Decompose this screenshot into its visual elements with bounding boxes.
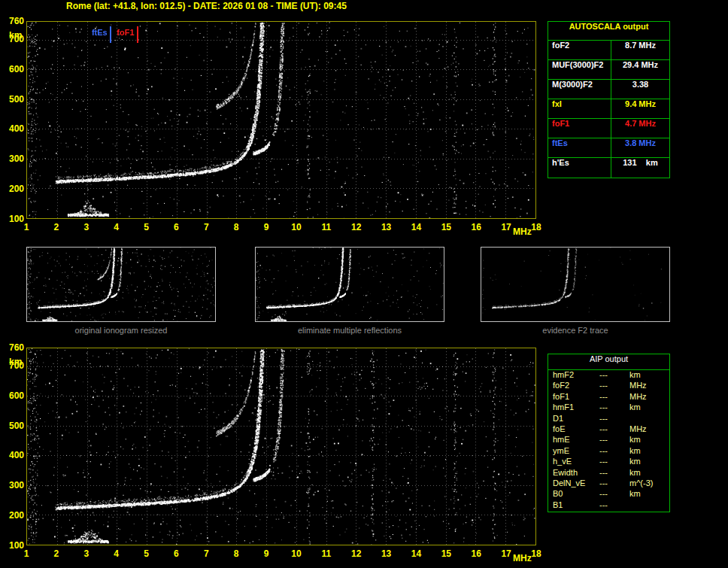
y-tick-label: 600 [2, 390, 24, 401]
aip-param-value: --- [599, 435, 629, 445]
x-tick-label: 7 [204, 222, 209, 232]
autoscala-window: Rome (lat: +41.8, lon: 012.5) - DATE: 20… [0, 0, 728, 568]
thumbnail-canvas-no-multiples [256, 248, 444, 321]
x-tick-label: 18 [531, 548, 541, 559]
autoscala-row: ftEs3.8 MHz [548, 138, 669, 158]
thumbnail-canvas-f2-trace [481, 248, 669, 321]
aip-param-unit: m^(-3) [629, 478, 669, 489]
thumbnail-caption-f2-trace: evidence F2 trace [481, 326, 670, 335]
autoscala-param-value: 29.4 MHz [611, 60, 669, 79]
aip-row: D1--- [548, 414, 669, 424]
aip-param-value: --- [599, 381, 629, 391]
aip-param-name: DelN_vE [553, 478, 599, 489]
aip-param-value: --- [599, 392, 629, 402]
autoscala-row: MUF(3000)F229.4 MHz [548, 60, 669, 80]
x-tick-label: 5 [144, 222, 149, 232]
aip-param-name: foE [553, 424, 599, 435]
x-tick-label: 15 [441, 548, 451, 559]
aip-table-rows: hmF2---kmfoF2---MHzfoF1---MHzhmF1---kmD1… [548, 370, 669, 511]
autoscala-row: foF14.7 MHz [548, 119, 669, 138]
thumbnail-caption-no-multiples: eliminate multiple reflections [255, 326, 444, 335]
aip-param-unit: km [629, 457, 669, 467]
x-tick-label: 1 [24, 222, 29, 232]
aip-param-name: foF1 [553, 392, 599, 402]
aip-param-unit: km [629, 370, 669, 381]
aip-param-value: --- [599, 468, 629, 478]
autoscala-param-label: MUF(3000)F2 [548, 60, 611, 79]
aip-param-unit: km [629, 446, 669, 457]
x-tick-label: 16 [472, 548, 481, 559]
x-tick-label: 9 [264, 548, 269, 559]
x-tick-label: 13 [381, 548, 391, 559]
aip-param-value: --- [599, 402, 629, 413]
autoscala-row: h'Es131 km [548, 158, 669, 178]
ionogram-canvas-bottom [27, 348, 535, 545]
aip-param-name: hmF1 [553, 402, 599, 413]
x-tick-label: 2 [54, 548, 59, 559]
aip-row: DelN_vE---m^(-3) [548, 478, 669, 489]
aip-param-unit [629, 414, 669, 424]
autoscala-table-rows: foF28.7 MHzMUF(3000)F229.4 MHzM(3000)F23… [548, 41, 669, 178]
x-tick-label: 10 [291, 548, 301, 559]
autoscala-param-value: 3.8 MHz [611, 138, 669, 157]
aip-row: Ewidth---km [548, 468, 669, 478]
y-tick-label: 500 [2, 421, 24, 431]
x-tick-label: 17 [501, 222, 511, 232]
aip-row: h_vE---km [548, 457, 669, 467]
x-tick-label: 12 [351, 548, 361, 559]
aip-row: B0---km [548, 489, 669, 500]
aip-param-value: --- [599, 414, 629, 424]
x-axis-unit-label: MHz [513, 226, 532, 237]
ionogram-canvas-top [27, 22, 535, 218]
y-tick-label: 400 [2, 450, 24, 460]
x-tick-label: 17 [501, 548, 511, 559]
x-tick-label: 10 [291, 222, 301, 232]
aip-param-unit: MHz [629, 381, 669, 391]
y-tick-label: 100 [2, 540, 24, 551]
x-tick-label: 6 [174, 548, 179, 559]
y-tick-label: 600 [2, 64, 24, 74]
aip-param-value: --- [599, 446, 629, 457]
autoscala-row: M(3000)F23.38 [548, 80, 669, 99]
x-tick-label: 7 [204, 548, 209, 559]
autoscala-param-label: ftEs [548, 138, 611, 157]
ionogram-plot-top [26, 21, 536, 219]
autoscala-output-table: AUTOSCALA output foF28.7 MHzMUF(3000)F22… [548, 21, 670, 178]
x-tick-label: 15 [441, 222, 451, 232]
aip-param-name: h_vE [553, 457, 599, 467]
aip-row: foF1---MHz [548, 392, 669, 402]
autoscala-param-label: foF2 [548, 41, 611, 59]
x-tick-label: 3 [83, 548, 89, 559]
thumbnail-caption-original: original ionogram resized [26, 326, 216, 335]
y-tick-label: 400 [2, 123, 24, 134]
aip-param-value: --- [599, 500, 629, 511]
aip-param-name: hmF2 [553, 370, 599, 381]
y-tick-label: 300 [2, 153, 24, 164]
y-axis-unit-label: km [9, 357, 22, 367]
x-tick-label: 2 [54, 222, 59, 232]
aip-row: foF2---MHz [548, 381, 669, 391]
x-tick-label: 14 [411, 548, 421, 559]
y-tick-label: 200 [2, 184, 24, 194]
x-tick-label: 18 [531, 222, 541, 232]
autoscala-param-value: 131 km [611, 158, 669, 178]
x-tick-label: 16 [472, 222, 481, 232]
x-tick-label: 11 [321, 548, 331, 559]
aip-output-table: AIP output hmF2---kmfoF2---MHzfoF1---MHz… [548, 354, 670, 512]
y-tick-label: 100 [2, 214, 24, 224]
fof1-marker-label: foF1 [102, 28, 135, 37]
thumbnail-canvas-original [27, 248, 215, 321]
autoscala-param-value: 8.7 MHz [611, 41, 669, 59]
thumbnail-no-multiples [255, 247, 444, 322]
thumbnail-f2-trace [481, 247, 670, 322]
aip-param-value: --- [599, 457, 629, 467]
aip-param-value: --- [599, 489, 629, 500]
aip-param-value: --- [599, 424, 629, 435]
autoscala-param-label: foF1 [548, 119, 611, 138]
autoscala-param-label: M(3000)F2 [548, 80, 611, 99]
autoscala-param-label: h'Es [548, 158, 611, 178]
aip-param-unit: MHz [629, 392, 669, 402]
x-tick-label: 1 [24, 548, 29, 559]
aip-param-unit: km [629, 489, 669, 500]
aip-param-unit [629, 500, 669, 511]
